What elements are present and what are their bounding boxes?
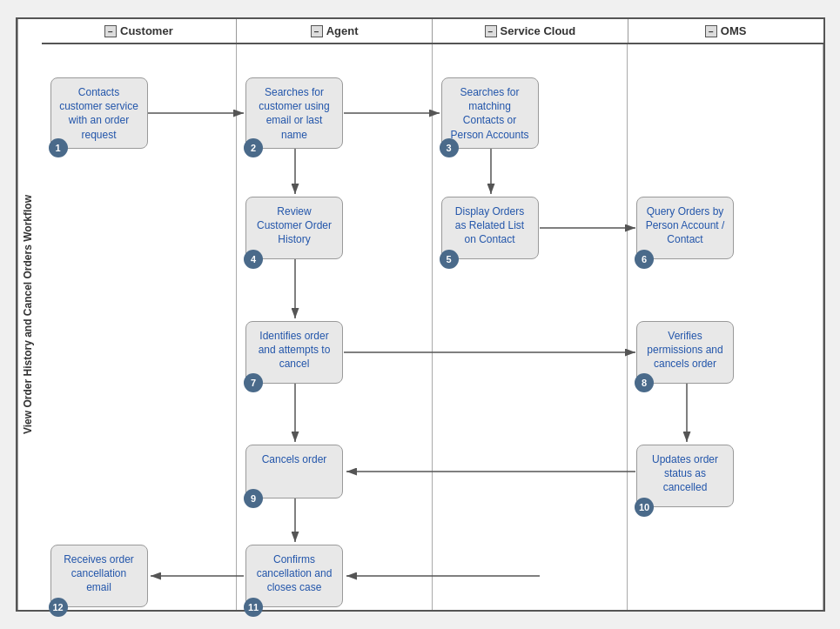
step-11-box: Confirms cancellation and closes case: [245, 545, 343, 607]
header-row: − Customer − Agent − Service Cloud − OMS: [42, 19, 823, 44]
header-service-cloud-label: Service Cloud: [501, 24, 576, 37]
collapse-oms-icon[interactable]: −: [705, 25, 717, 37]
step-4-text: Review Customer Order History: [257, 205, 332, 245]
step-6-text: Query Orders by Person Account / Contact: [646, 205, 725, 245]
step-4-badge: 4: [244, 250, 263, 269]
step-6-badge: 6: [635, 250, 654, 269]
step-7-text: Identifies order and attempts to cancel: [259, 330, 331, 370]
step-4-box: Review Customer Order History: [245, 197, 343, 259]
step-12-badge: 12: [49, 598, 68, 617]
step-3-box: Searches for matching Contacts or Person…: [441, 77, 539, 149]
header-customer: − Customer: [42, 19, 238, 43]
step-7-box: Identifies order and attempts to cancel: [245, 321, 343, 384]
lanes-container: Contacts customer service with an order …: [42, 44, 823, 610]
lane-customer: Contacts customer service with an order …: [42, 44, 238, 610]
step-6-box: Query Orders by Person Account / Contact: [636, 197, 734, 259]
step-1-badge: 1: [49, 138, 68, 157]
step-3-text: Searches for matching Contacts or Person…: [450, 86, 528, 141]
step-10-badge: 10: [635, 498, 654, 517]
header-customer-label: Customer: [120, 24, 173, 37]
step-8-badge: 8: [635, 373, 654, 392]
step-10-text: Updates order status as cancelled: [652, 453, 718, 493]
step-12-text: Receives order cancellation email: [64, 553, 134, 593]
step-2-text: Searches for customer using email or las…: [259, 86, 329, 141]
step-11-badge: 11: [244, 598, 263, 617]
header-agent: − Agent: [237, 19, 433, 43]
step-5-box: Display Orders as Related List on Contac…: [441, 197, 539, 259]
step-9-badge: 9: [244, 489, 263, 508]
header-oms-label: OMS: [721, 24, 747, 37]
collapse-service-icon[interactable]: −: [485, 25, 497, 37]
step-1-box: Contacts customer service with an order …: [50, 77, 148, 149]
step-2-badge: 2: [244, 138, 263, 157]
diagram-wrapper: View Order History and Cancel Orders Wor…: [16, 17, 825, 612]
step-2-box: Searches for customer using email or las…: [245, 77, 343, 149]
main-area: − Customer − Agent − Service Cloud − OMS: [42, 19, 823, 610]
header-oms: − OMS: [628, 19, 823, 43]
step-9-text: Cancels order: [262, 453, 327, 465]
step-11-text: Confirms cancellation and closes case: [257, 553, 333, 593]
header-service-cloud: − Service Cloud: [433, 19, 628, 43]
step-7-badge: 7: [244, 373, 263, 392]
step-5-text: Display Orders as Related List on Contac…: [455, 205, 524, 245]
lane-service-cloud: Searches for matching Contacts or Person…: [433, 44, 628, 610]
collapse-agent-icon[interactable]: −: [311, 25, 323, 37]
header-agent-label: Agent: [326, 24, 359, 37]
step-12-box: Receives order cancellation email: [50, 545, 148, 607]
step-8-text: Verifies permissions and cancels order: [647, 330, 722, 370]
step-10-box: Updates order status as cancelled: [636, 445, 734, 507]
step-5-badge: 5: [440, 250, 459, 269]
step-3-badge: 3: [440, 138, 459, 157]
step-1-text: Contacts customer service with an order …: [59, 86, 138, 141]
collapse-customer-icon[interactable]: −: [104, 25, 117, 37]
lane-oms: Query Orders by Person Account / Contact…: [628, 44, 823, 610]
step-8-box: Verifies permissions and cancels order: [636, 321, 734, 384]
side-label: View Order History and Cancel Orders Wor…: [17, 19, 42, 610]
lane-agent: Searches for customer using email or las…: [237, 44, 433, 610]
step-9-box: Cancels order: [245, 445, 343, 499]
